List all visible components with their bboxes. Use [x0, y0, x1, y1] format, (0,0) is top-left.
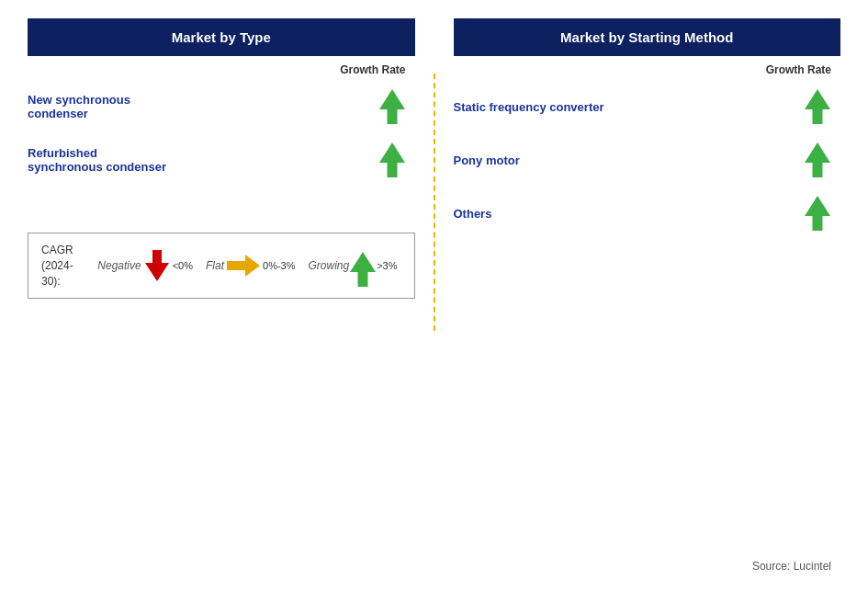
legend-growing-label: Growing [308, 259, 349, 272]
legend-flat-label: Flat [206, 259, 224, 272]
left-item-1-label: New synchronous condenser [28, 93, 378, 120]
left-panel: Market by Type Growth Rate New synchrono… [28, 18, 434, 573]
legend-negative-label: Negative [97, 259, 141, 272]
legend-growing-range: >3% [377, 260, 397, 271]
right-item-1-label: Static frequency converter [454, 100, 805, 114]
cagr-label: CAGR (2024-30): [41, 243, 81, 289]
left-item-2-arrow [378, 142, 406, 177]
red-down-arrow-icon [144, 250, 170, 281]
legend-box: CAGR (2024-30): Negative <0% Flat 0%-3% … [28, 233, 415, 299]
legend-negative: Negative <0% [97, 250, 193, 281]
left-growth-rate-label: Growth Rate [28, 56, 415, 80]
right-item-2-label: Pony motor [454, 153, 805, 167]
right-growth-rate-label: Growth Rate [454, 56, 841, 80]
left-item-2-label: Refurbished synchronous condenser [28, 146, 378, 174]
legend-flat-range: 0%-3% [263, 260, 295, 271]
right-item-1: Static frequency converter [454, 80, 841, 133]
right-item-3: Others [454, 187, 841, 240]
right-item-3-label: Others [454, 207, 805, 221]
left-item-2: Refurbished synchronous condenser [28, 133, 415, 187]
right-item-2: Pony motor [454, 133, 841, 187]
orange-right-arrow-icon [227, 255, 260, 277]
legend-flat: Flat 0%-3% [206, 255, 295, 277]
green-up-arrow-icon-legend [352, 252, 374, 279]
right-item-3-arrow [804, 196, 831, 231]
left-item-1-arrow [378, 89, 406, 124]
right-header: Market by Starting Method [454, 18, 841, 56]
right-panel: Market by Starting Method Growth Rate St… [435, 18, 841, 573]
left-header: Market by Type [28, 18, 415, 56]
right-item-1-arrow [804, 89, 831, 124]
legend-negative-range: <0% [173, 260, 193, 271]
source-text: Source: Lucintel [454, 541, 841, 573]
right-item-2-arrow [804, 142, 831, 177]
left-item-1: New synchronous condenser [28, 80, 415, 133]
legend-growing: Growing >3% [308, 252, 397, 279]
